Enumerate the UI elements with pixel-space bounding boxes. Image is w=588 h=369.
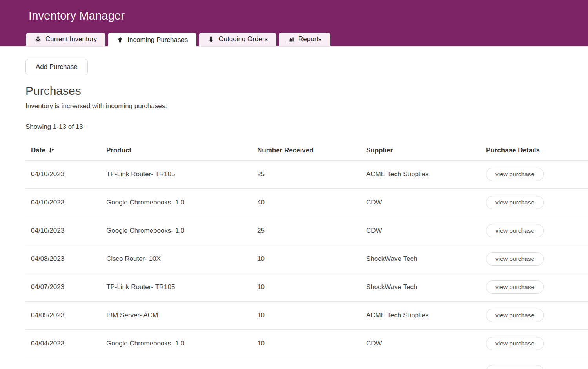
table-row: 04/07/2023 TP-Link Router- TR105 10 Shoc… [25, 273, 588, 301]
tab-label: Outgoing Orders [218, 35, 268, 43]
cell-product: TP-Link Router- TR105 [106, 273, 257, 301]
sort-descending-icon [48, 147, 55, 154]
tab-outgoing-orders[interactable]: Outgoing Orders [199, 33, 276, 46]
cell-supplier: ShockWave Tech [366, 245, 486, 273]
cell-product: Cisco Router- 10X [106, 245, 257, 273]
column-header-product[interactable]: Product [106, 141, 257, 160]
cell-product: Google Chromebooks- 1.0 [106, 188, 257, 217]
app-title: Inventory Manager [29, 9, 125, 22]
arrow-up-icon [116, 36, 123, 43]
cell-number-received: 10 [257, 301, 366, 329]
cell-date: 04/03/2023 [25, 358, 106, 369]
cell-number-received: 10 [257, 245, 366, 273]
cell-supplier: ACME Tech Supplies [366, 160, 486, 188]
view-purchase-button[interactable]: view purchase [486, 196, 544, 209]
arrow-down-icon [207, 36, 214, 43]
table-row: 04/03/2023 Dell Server- HP 2000 15 CDW v… [25, 358, 588, 369]
cell-date: 04/10/2023 [25, 188, 106, 217]
table-row: 04/08/2023 Cisco Router- 10X 10 ShockWav… [25, 245, 588, 273]
view-purchase-button[interactable]: view purchase [486, 168, 544, 181]
table-header-row: Date P [25, 141, 588, 160]
cell-product: Google Chromebooks- 1.0 [106, 217, 257, 245]
view-purchase-button[interactable]: view purchase [486, 365, 544, 369]
table-row: 04/05/2023 IBM Server- ACM 10 ACME Tech … [25, 301, 588, 329]
cell-date: 04/10/2023 [25, 160, 106, 188]
results-count: Showing 1-13 of 13 [25, 123, 588, 131]
cell-date: 04/05/2023 [25, 301, 106, 329]
bar-chart-icon [287, 36, 294, 43]
cell-date: 04/10/2023 [25, 217, 106, 245]
tab-label: Incoming Purchases [127, 36, 188, 44]
cell-supplier: CDW [366, 358, 486, 369]
main-content: Add Purchase Purchases Inventory is incr… [0, 47, 588, 369]
cubes-icon [34, 36, 42, 43]
page-title: Purchases [25, 84, 588, 98]
app-header: Inventory Manager Current Inven [0, 0, 588, 46]
cell-date: 04/08/2023 [25, 245, 106, 273]
cell-supplier: CDW [366, 329, 486, 358]
cell-product: TP-Link Router- TR105 [106, 160, 257, 188]
view-purchase-button[interactable]: view purchase [486, 224, 544, 237]
cell-number-received: 25 [257, 217, 366, 245]
view-purchase-button[interactable]: view purchase [486, 280, 544, 294]
page-subtitle: Inventory is increased with incoming pur… [25, 102, 588, 110]
tab-bar: Current Inventory Incoming Purchases Out… [26, 33, 330, 47]
column-header-purchase-details[interactable]: Purchase Details [486, 141, 588, 160]
column-header-date[interactable]: Date [25, 141, 106, 160]
cell-product: Dell Server- HP 2000 [106, 358, 257, 369]
purchases-table: Date P [25, 141, 588, 369]
view-purchase-button[interactable]: view purchase [486, 337, 544, 350]
cell-supplier: ACME Tech Supplies [366, 301, 486, 329]
column-header-number-received[interactable]: Number Received [257, 141, 366, 160]
column-header-supplier[interactable]: Supplier [366, 141, 486, 160]
cell-supplier: CDW [366, 217, 486, 245]
tab-label: Reports [298, 35, 322, 43]
table-row: 04/10/2023 Google Chromebooks- 1.0 40 CD… [25, 188, 588, 217]
view-purchase-button[interactable]: view purchase [486, 309, 544, 322]
cell-supplier: CDW [366, 188, 486, 217]
tab-reports[interactable]: Reports [279, 33, 330, 46]
cell-number-received: 10 [257, 273, 366, 301]
cell-date: 04/07/2023 [25, 273, 106, 301]
cell-number-received: 25 [257, 160, 366, 188]
cell-product: Google Chromebooks- 1.0 [106, 329, 257, 358]
cell-supplier: ShockWave Tech [366, 273, 486, 301]
table-row: 04/10/2023 Google Chromebooks- 1.0 25 CD… [25, 217, 588, 245]
tab-incoming-purchases[interactable]: Incoming Purchases [108, 33, 196, 47]
cell-number-received: 15 [257, 358, 366, 369]
cell-number-received: 10 [257, 329, 366, 358]
tab-current-inventory[interactable]: Current Inventory [26, 33, 105, 46]
tab-label: Current Inventory [45, 35, 97, 43]
cell-product: IBM Server- ACM [106, 301, 257, 329]
table-row: 04/10/2023 TP-Link Router- TR105 25 ACME… [25, 160, 588, 188]
cell-number-received: 40 [257, 188, 366, 217]
table-row: 04/04/2023 Google Chromebooks- 1.0 10 CD… [25, 329, 588, 358]
cell-date: 04/04/2023 [25, 329, 106, 358]
view-purchase-button[interactable]: view purchase [486, 252, 544, 266]
add-purchase-button[interactable]: Add Purchase [25, 59, 88, 75]
